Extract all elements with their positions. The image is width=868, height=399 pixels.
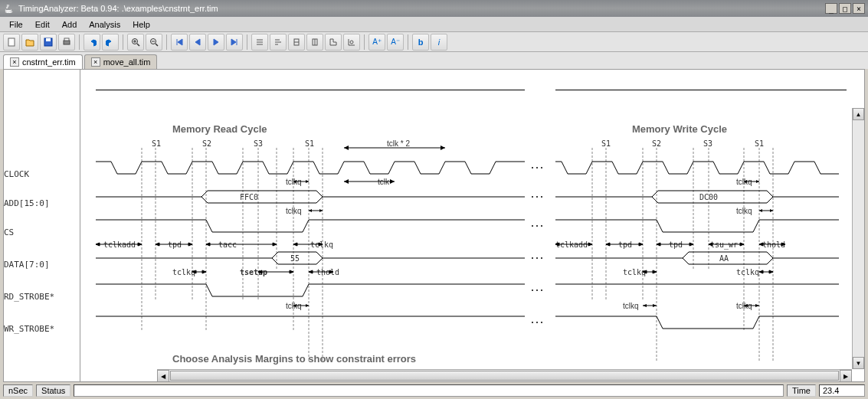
waveform-canvas[interactable]: 0.0 30.0 60.0 90.0 120.0 150.0 1000.0 10…	[96, 100, 862, 376]
wave-area[interactable]: Memory Read Cycle Memory Write Cycle Cho…	[80, 70, 864, 381]
svg-marker-149	[156, 243, 159, 246]
scroll-up-icon[interactable]: ▲	[853, 108, 864, 120]
text-a-plus-icon[interactable]: A⁺	[368, 34, 385, 51]
marker2-icon[interactable]	[306, 34, 323, 51]
svg-line-6	[137, 44, 139, 46]
signal-add[interactable]: ADD[15:0]	[4, 198, 50, 208]
status-label: Status	[36, 384, 70, 397]
data-wave-right	[555, 252, 839, 264]
step-back-icon[interactable]	[189, 34, 206, 51]
menubar: File Edit Add Analysis Help	[0, 17, 868, 32]
signal-cs[interactable]: CS	[4, 227, 14, 237]
dist-icon[interactable]	[270, 34, 287, 51]
svg-point-102	[532, 289, 533, 291]
svg-text:S1: S1	[305, 139, 314, 148]
signal-clock[interactable]: CLOCK	[4, 169, 29, 179]
minimize-button[interactable]: _	[825, 3, 837, 14]
close-button[interactable]: ×	[853, 3, 865, 14]
open-icon[interactable]	[21, 34, 38, 51]
gap-dots	[532, 167, 542, 323]
marker4-icon[interactable]	[343, 34, 360, 51]
goto-end-icon[interactable]	[226, 34, 243, 51]
menu-help[interactable]: Help	[126, 18, 156, 31]
menu-edit[interactable]: Edit	[29, 18, 56, 31]
align-icon[interactable]	[251, 34, 268, 51]
svg-point-98	[541, 225, 542, 227]
svg-marker-170	[759, 243, 763, 246]
marker3-icon[interactable]	[325, 34, 342, 51]
svg-marker-115	[756, 180, 759, 183]
undo-icon[interactable]	[84, 34, 100, 51]
svg-marker-159	[588, 243, 592, 246]
marker1-icon[interactable]	[288, 34, 305, 51]
svg-marker-153	[273, 243, 277, 246]
clock-wave-left	[96, 162, 525, 174]
svg-marker-186	[290, 270, 293, 273]
text-a-minus-icon[interactable]: A⁻	[387, 34, 404, 51]
content: CLOCK ADD[15:0] CS DATA[7:0] RD_STROBE* …	[3, 69, 865, 382]
svg-text:tclkq: tclkq	[623, 268, 646, 276]
save-icon[interactable]	[40, 34, 57, 51]
svg-marker-119	[441, 146, 445, 150]
svg-point-91	[536, 167, 538, 168]
scroll-left-icon[interactable]: ◀	[157, 370, 169, 381]
svg-marker-188	[309, 270, 313, 273]
svg-point-97	[536, 225, 538, 227]
zoom-out-icon[interactable]	[146, 34, 162, 51]
svg-marker-131	[319, 209, 323, 212]
svg-text:S3: S3	[254, 139, 263, 148]
svg-text:S1: S1	[152, 139, 161, 148]
zoom-in-icon[interactable]	[127, 34, 144, 51]
scroll-thumb[interactable]	[170, 371, 839, 381]
svg-marker-167	[709, 243, 712, 246]
goto-start-icon[interactable]	[171, 34, 188, 51]
step-fwd-icon[interactable]	[208, 34, 224, 51]
svg-marker-164	[657, 243, 660, 246]
menu-add[interactable]: Add	[56, 18, 84, 31]
cs-wave-right	[555, 220, 839, 232]
statusbar: nSec Status Time 23.4	[3, 384, 865, 397]
signal-wrstrobe[interactable]: WR_STROBE*	[4, 324, 54, 334]
tab-move-all[interactable]: × move_all.tim	[84, 54, 158, 69]
svg-point-96	[532, 225, 533, 227]
scroll-down-icon[interactable]: ▼	[853, 357, 864, 369]
svg-marker-161	[606, 243, 610, 246]
status-field	[74, 384, 784, 397]
signal-rdstrobe[interactable]: RD_STROBE*	[4, 292, 54, 302]
svg-rect-0	[8, 38, 15, 46]
menu-file[interactable]: File	[3, 18, 29, 31]
svg-text:tclkq: tclkq	[736, 268, 759, 276]
svg-marker-134	[759, 209, 762, 212]
time-ruler-left	[96, 70, 849, 93]
scroll-right-icon[interactable]: ▶	[840, 370, 852, 381]
svg-marker-195	[769, 270, 773, 273]
scrollbar-vertical[interactable]: ▲ ▼	[852, 108, 864, 369]
bold-icon[interactable]: b	[412, 34, 429, 51]
info-icon[interactable]: i	[431, 34, 447, 51]
redo-icon[interactable]	[102, 34, 119, 51]
tabbar: × cnstrnt_err.tim × move_all.tim	[0, 52, 868, 69]
add-wave-left	[96, 191, 525, 203]
time-label: Time	[787, 384, 816, 397]
svg-marker-122	[344, 179, 349, 184]
scrollbar-horizontal[interactable]: ◀ ▶	[157, 369, 852, 381]
svg-point-99	[532, 257, 533, 259]
svg-point-92	[541, 167, 542, 168]
signal-data[interactable]: DATA[7:0]	[4, 260, 50, 270]
maximize-button[interactable]: □	[839, 3, 851, 14]
signal-panel[interactable]: CLOCK ADD[15:0] CS DATA[7:0] RD_STROBE* …	[4, 70, 80, 381]
window-buttons: _ □ ×	[825, 3, 865, 14]
tab-close-icon[interactable]: ×	[10, 57, 19, 67]
tab-label: cnstrnt_err.tim	[22, 57, 76, 67]
cs-wave-left	[96, 220, 525, 232]
svg-marker-165	[689, 243, 693, 246]
tab-close-icon[interactable]: ×	[91, 57, 100, 67]
svg-marker-162	[639, 243, 643, 246]
svg-marker-199	[306, 304, 309, 307]
menu-analysis[interactable]: Analysis	[83, 18, 126, 31]
svg-text:S3: S3	[703, 139, 712, 148]
print-icon[interactable]	[58, 34, 75, 51]
svg-point-22	[350, 41, 353, 44]
tab-cnstrnt-err[interactable]: × cnstrnt_err.tim	[3, 54, 83, 69]
new-icon[interactable]	[3, 34, 20, 51]
